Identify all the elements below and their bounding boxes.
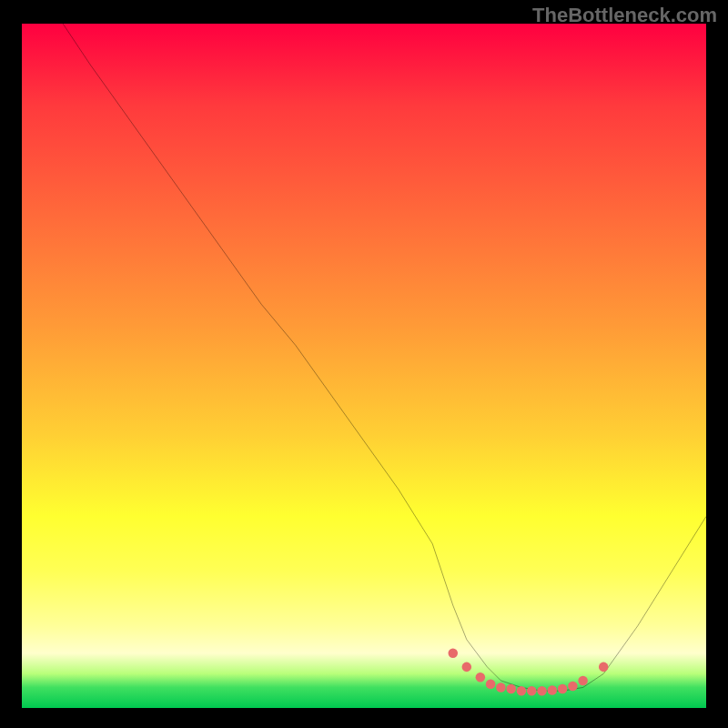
dot bbox=[506, 684, 516, 694]
dot bbox=[448, 649, 458, 659]
curve-svg bbox=[22, 24, 706, 708]
dot bbox=[496, 682, 506, 693]
dot bbox=[548, 685, 558, 695]
dot bbox=[517, 686, 527, 696]
dot bbox=[578, 676, 588, 686]
min-region-dots bbox=[448, 649, 608, 696]
dot bbox=[462, 662, 472, 672]
chart-container: TheBottleneck.com bbox=[0, 0, 728, 728]
plot-area bbox=[22, 24, 706, 708]
dot bbox=[476, 672, 486, 682]
watermark-text: TheBottleneck.com bbox=[532, 4, 717, 27]
dot bbox=[599, 662, 609, 672]
dot bbox=[527, 686, 537, 696]
bottleneck-curve bbox=[63, 24, 706, 691]
dot bbox=[568, 682, 578, 692]
dot bbox=[486, 679, 496, 689]
dot bbox=[558, 684, 568, 694]
dot bbox=[537, 686, 547, 696]
